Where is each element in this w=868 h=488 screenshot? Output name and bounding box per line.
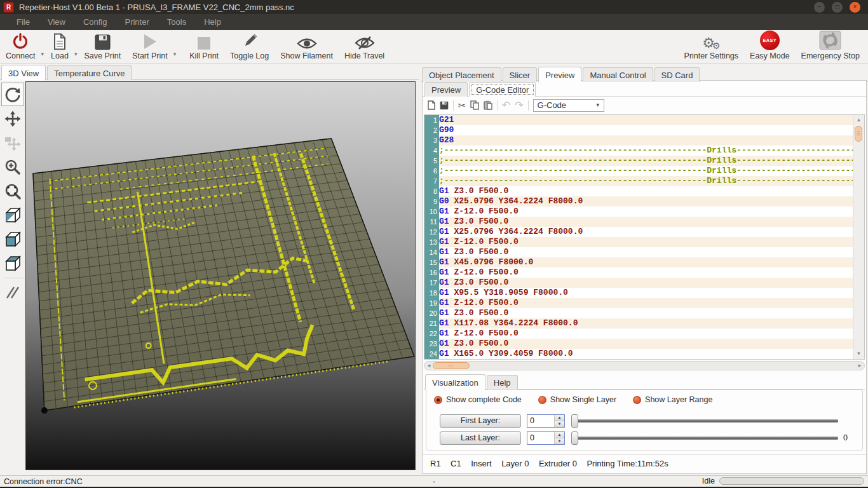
gcode-editor[interactable]: 123456789101112131415161718192021222324 … [424,114,865,360]
spin-up-icon[interactable]: ▲ [555,415,564,421]
vertical-scroll-thumb[interactable] [855,126,862,142]
spin-down-icon[interactable]: ▼ [555,438,564,444]
printer-settings-button[interactable]: ⚙⚙ Printer Settings [679,30,744,63]
load-button[interactable]: Load [45,30,74,63]
gcode-line[interactable]: G1 Z-12.0 F500.0 [439,207,853,217]
gcode-line[interactable]: G1 Z-12.0 F500.0 [439,298,853,308]
save-print-button[interactable]: Save Print [78,30,126,63]
gcode-line[interactable]: G1 Z3.0 F500.0 [439,217,853,227]
emergency-stop-button[interactable]: Emergency Stop [796,30,865,63]
first-layer-button[interactable]: First Layer: [440,414,521,428]
gcode-line[interactable]: ;---------------------------------------… [439,166,853,176]
last-layer-button[interactable]: Last Layer: [440,431,521,445]
gcode-line[interactable]: G28 [439,135,853,146]
gcode-line[interactable]: G1 X95.5 Y318.9059 F8000.0 [439,288,853,298]
gcode-line[interactable]: G0 X25.0796 Y364.2224 F8000.0 [439,196,853,207]
isometric-view-tool[interactable] [1,203,24,227]
gcode-line[interactable]: G21 [439,115,853,125]
toggle-log-button[interactable]: Toggle Log [224,30,275,63]
last-layer-spinner[interactable]: 0 ▲▼ [527,431,565,445]
hide-travel-button[interactable]: Hide Travel [339,30,390,63]
move-view-tool[interactable] [1,107,24,130]
gcode-line[interactable]: ;---------------------------------------… [439,146,853,156]
gcode-line[interactable]: G90 [439,125,853,135]
first-layer-spinner[interactable]: 0 ▲▼ [527,414,565,428]
redo-icon[interactable]: ↷ [515,100,523,111]
radio-show-single-layer[interactable]: Show Single Layer [538,395,616,404]
tab-3d-view[interactable]: 3D View [1,65,46,80]
gcode-line[interactable]: G1 X117.08 Y364.2224 F8000.0 [439,318,853,329]
fit-view-tool[interactable] [1,179,24,203]
tab-visualization[interactable]: Visualization [425,374,485,390]
spin-down-icon[interactable]: ▼ [555,421,564,427]
menu-help[interactable]: Help [195,17,230,27]
gcode-line[interactable]: G1 Z3.0 F500.0 [439,247,853,257]
start-print-button[interactable]: Start Print [126,30,173,63]
spin-up-icon[interactable]: ▲ [555,432,564,438]
close-button[interactable]: × [850,2,860,13]
connect-button[interactable]: Connect [0,30,41,63]
gcode-line[interactable]: G1 X45.0796 F8000.0 [439,257,853,268]
tab-object-placement[interactable]: Object Placement [422,67,501,82]
gcode-type-dropdown[interactable]: G-Code ▼ [533,99,604,112]
gcode-line[interactable]: G1 X25.0796 Y364.2224 F8000.0 [439,227,853,237]
vertical-scrollbar[interactable]: ▲ ▼ [853,115,864,359]
slider-thumb[interactable] [571,431,578,445]
tab-slicer[interactable]: Slicer [503,67,538,82]
menu-printer[interactable]: Printer [116,17,158,27]
first-layer-slider[interactable] [571,414,838,428]
tab-manual-control[interactable]: Manual Control [583,67,653,82]
easy-mode-button[interactable]: EASY Easy Mode [744,30,796,63]
tab-help[interactable]: Help [487,375,518,390]
gcode-line[interactable]: G1 Z3.0 F500.0 [439,278,853,288]
scroll-down-arrow[interactable]: ▼ [854,349,864,358]
last-layer-slider[interactable] [571,431,838,445]
gcode-line[interactable]: G1 Z-12.0 F500.0 [439,268,853,278]
gcode-line[interactable]: G1 Z-12.0 F500.0 [439,329,853,339]
gcode-line[interactable]: ;---------------------------------------… [439,176,853,186]
menu-file[interactable]: File [8,17,39,27]
slider-thumb[interactable] [571,414,578,428]
kill-print-button[interactable]: Kill Print [184,30,224,63]
minimize-button[interactable]: − [814,2,825,13]
menu-view[interactable]: View [39,17,74,27]
menu-config[interactable]: Config [74,17,116,27]
cut-icon[interactable]: ✂ [458,101,466,110]
copy-icon[interactable] [470,100,479,110]
gcode-line[interactable]: G1 X165.0 Y309.4059 F8000.0 [439,349,853,359]
front-view-tool[interactable] [1,227,24,251]
menu-tools[interactable]: Tools [158,17,195,27]
tab-preview[interactable]: Preview [538,67,581,82]
show-filament-button[interactable]: Show Filament [275,30,339,63]
new-file-icon[interactable] [428,100,435,110]
maximize-button[interactable]: □ [832,2,843,13]
rotate-view-tool[interactable] [1,83,24,106]
paste-icon[interactable] [484,100,492,110]
scroll-left-arrow[interactable]: ◄ [424,362,433,370]
gcode-line[interactable]: G1 Z3.0 F500.0 [439,186,853,196]
parallel-projection-tool[interactable] [1,281,24,304]
tab-sd-card[interactable]: SD Card [654,67,700,82]
code-area[interactable]: G21G90G28;------------------------------… [439,115,853,359]
undo-icon[interactable]: ↶ [502,100,510,111]
3d-canvas[interactable] [25,81,416,470]
top-view-tool[interactable] [1,252,24,275]
start-print-dropdown-caret[interactable]: ▾ [173,51,178,63]
scroll-up-arrow[interactable]: ▲ [854,116,864,125]
subtab-preview[interactable]: Preview [424,82,468,97]
radio-button-icon [434,396,442,404]
horizontal-scroll-thumb[interactable] [433,362,470,369]
move-object-tool[interactable] [1,131,24,154]
save-file-icon[interactable] [440,101,449,110]
gcode-line[interactable]: G1 Z3.0 F500.0 [439,308,853,318]
subtab-gcode-editor[interactable]: G-Code Editor [469,82,536,97]
scroll-right-arrow[interactable]: ► [855,362,864,370]
radio-show-complete-code[interactable]: Show complete Code [434,395,522,404]
tab-temperature-curve[interactable]: Temperature Curve [47,65,132,80]
gcode-line[interactable]: G1 Z-12.0 F500.0 [439,237,853,247]
horizontal-scrollbar[interactable]: ◄ ► [424,361,865,370]
radio-show-layer-range[interactable]: Show Layer Range [633,395,712,404]
gcode-line[interactable]: G1 Z3.0 F500.0 [439,339,853,349]
gcode-line[interactable]: ;---------------------------------------… [439,156,853,166]
zoom-in-tool[interactable] [1,155,24,179]
